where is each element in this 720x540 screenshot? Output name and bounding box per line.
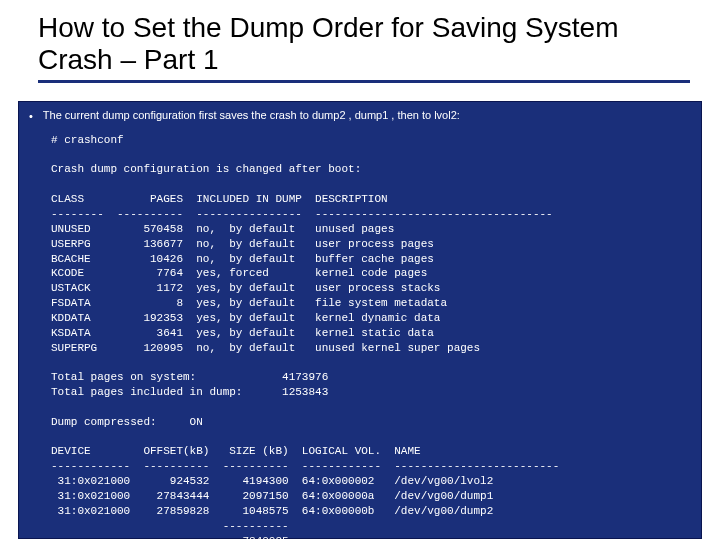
class-row: UNUSED 570458 no, by default unused page… [51,223,394,235]
device-header: DEVICE OFFSET(kB) SIZE (kB) LOGICAL VOL.… [51,445,421,457]
class-sep: -------- ---------- ---------------- ---… [51,208,553,220]
intro-text: The current dump configuration first sav… [43,108,460,122]
class-row: KDDATA 192353 yes, by default kernel dyn… [51,312,440,324]
class-row: SUPERPG 120995 no, by default unused ker… [51,342,480,354]
title-underline [38,80,690,83]
class-row: KSDATA 3641 yes, by default kernel stati… [51,327,434,339]
total-line: Total pages on system: 4173976 [51,371,328,383]
msg-line: Crash dump configuration is changed afte… [51,163,361,175]
class-row: USERPG 136677 no, by default user proces… [51,238,434,250]
class-header: CLASS PAGES INCLUDED IN DUMP DESCRIPTION [51,193,388,205]
class-row: BCACHE 10426 no, by default buffer cache… [51,253,434,265]
bullet-icon: • [29,108,33,124]
class-row: USTACK 1172 yes, by default user process… [51,282,440,294]
cmd-line: # crashconf [51,134,124,146]
total-line: Total pages included in dump: 1253843 [51,386,328,398]
title-area: How to Set the Dump Order for Saving Sys… [0,0,720,91]
page-title: How to Set the Dump Order for Saving Sys… [38,12,690,76]
device-footer-sep: ---------- [51,520,289,532]
slide: How to Set the Dump Order for Saving Sys… [0,0,720,540]
device-footer-total: 7340025 [51,535,289,540]
device-row: 31:0x021000 27859828 1048575 64:0x00000b… [51,505,493,517]
class-row: FSDATA 8 yes, by default file system met… [51,297,447,309]
device-sep: ------------ ---------- ---------- -----… [51,460,559,472]
device-row: 31:0x021000 924532 4194300 64:0x000002 /… [51,475,493,487]
terminal-output: # crashconf Crash dump configuration is … [51,133,691,540]
bullet-row: • The current dump configuration first s… [29,108,691,124]
content-box: • The current dump configuration first s… [18,101,702,539]
device-row: 31:0x021000 27843444 2097150 64:0x00000a… [51,490,493,502]
dump-compressed: Dump compressed: ON [51,416,203,428]
class-row: KCODE 7764 yes, forced kernel code pages [51,267,427,279]
